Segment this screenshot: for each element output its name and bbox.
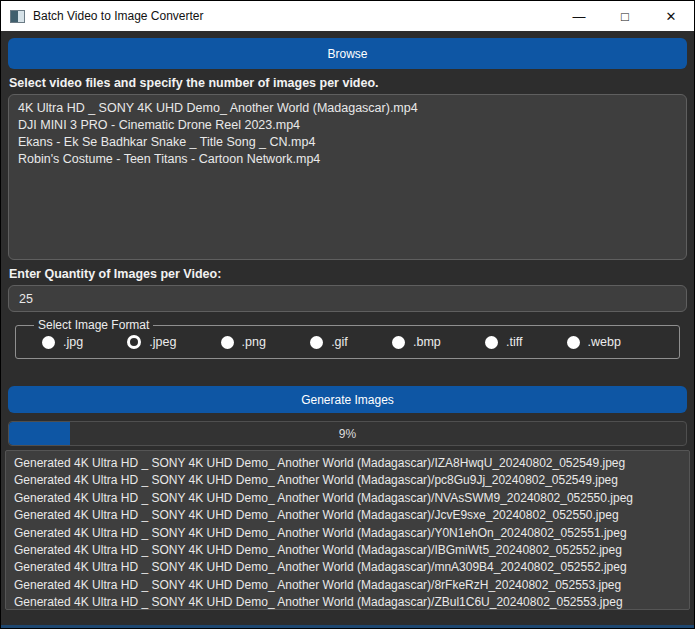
radio-unselected-icon [567,336,580,349]
radio-unselected-icon [42,336,55,349]
quantity-input[interactable] [8,285,687,312]
log-entry: Generated 4K Ultra HD _ SONY 4K UHD Demo… [14,594,681,610]
radio-unselected-icon [392,336,405,349]
log-entry: Generated 4K Ultra HD _ SONY 4K UHD Demo… [14,559,681,576]
browse-button[interactable]: Browse [8,38,687,69]
format-radio-jpeg[interactable]: .jpeg [127,335,176,349]
log-entry: Generated 4K Ultra HD _ SONY 4K UHD Demo… [14,507,681,524]
video-file-item[interactable]: DJI MINI 3 PRO - Cinematic Drone Reel 20… [18,117,677,134]
radio-unselected-icon [310,336,323,349]
log-entry: Generated 4K Ultra HD _ SONY 4K UHD Demo… [14,455,681,472]
format-radio-label: .bmp [413,335,441,349]
format-radio-png[interactable]: .png [221,335,266,349]
format-radio-webp[interactable]: .webp [567,335,621,349]
video-file-list[interactable]: 4K Ultra HD _ SONY 4K UHD Demo_ Another … [8,94,687,260]
format-radio-label: .tiff [506,335,522,349]
generation-log-list[interactable]: Generated 4K Ultra HD _ SONY 4K UHD Demo… [5,450,690,610]
progress-percent-label: 9% [9,422,686,445]
quantity-label: Enter Quantity of Images per Video: [9,267,686,281]
radio-selected-icon [127,335,141,349]
format-group-legend: Select Image Format [34,318,153,332]
log-entry: Generated 4K Ultra HD _ SONY 4K UHD Demo… [14,542,681,559]
log-entry: Generated 4K Ultra HD _ SONY 4K UHD Demo… [14,577,681,594]
format-radio-row: .jpg.jpeg.png.gif.bmp.tiff.webp [26,333,669,349]
progress-bar: 9% [8,421,687,446]
maximize-icon[interactable]: □ [602,1,648,31]
format-radio-label: .jpg [63,335,83,349]
titlebar: Batch Video to Image Converter — □ ✕ [1,1,694,31]
format-radio-bmp[interactable]: .bmp [392,335,441,349]
window-title: Batch Video to Image Converter [33,9,204,23]
video-file-item[interactable]: 4K Ultra HD _ SONY 4K UHD Demo_ Another … [18,100,677,117]
video-file-item[interactable]: Robin's Costume - Teen Titans - Cartoon … [18,151,677,168]
format-radio-gif[interactable]: .gif [310,335,348,349]
radio-unselected-icon [485,336,498,349]
generate-images-button[interactable]: Generate Images [8,386,687,413]
format-radio-tiff[interactable]: .tiff [485,335,522,349]
format-radio-label: .jpeg [149,335,176,349]
log-entry: Generated 4K Ultra HD _ SONY 4K UHD Demo… [14,525,681,542]
radio-unselected-icon [221,336,234,349]
close-icon[interactable]: ✕ [648,1,694,31]
minimize-icon[interactable]: — [556,1,602,31]
format-group: Select Image Format .jpg.jpeg.png.gif.bm… [15,318,680,359]
format-radio-jpg[interactable]: .jpg [42,335,83,349]
instructions-label: Select video files and specify the numbe… [9,76,686,90]
log-entry: Generated 4K Ultra HD _ SONY 4K UHD Demo… [14,490,681,507]
format-radio-label: .gif [331,335,348,349]
format-radio-label: .png [242,335,266,349]
app-window: Batch Video to Image Converter — □ ✕ Bro… [0,0,695,629]
main-content: Browse Select video files and specify th… [1,31,694,617]
app-icon [10,10,25,23]
window-controls: — □ ✕ [556,1,694,31]
window-bottom-edge [1,625,694,628]
format-radio-label: .webp [588,335,621,349]
video-file-item[interactable]: Ekans - Ek Se Badhkar Snake _ Title Song… [18,134,677,151]
log-entry: Generated 4K Ultra HD _ SONY 4K UHD Demo… [14,472,681,489]
